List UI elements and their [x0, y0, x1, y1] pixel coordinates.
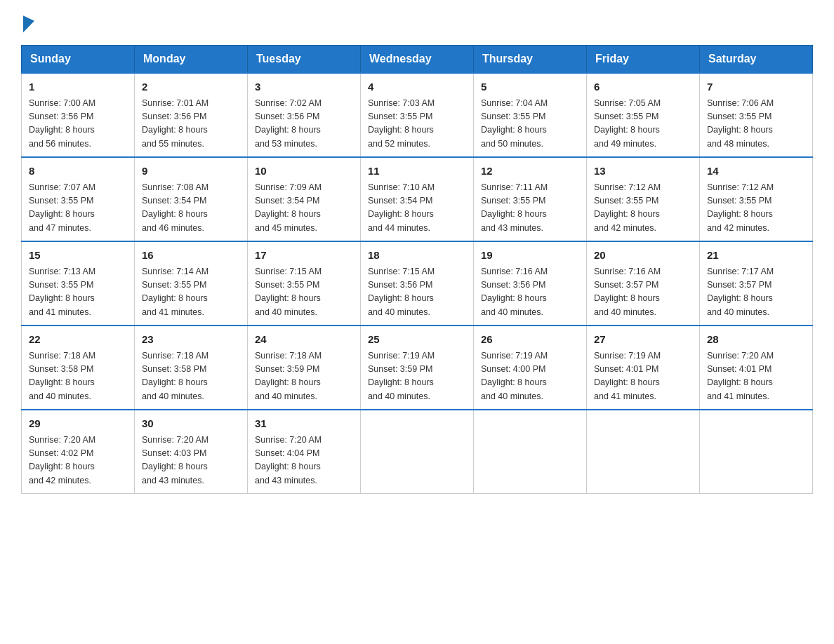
- week-row-2: 8Sunrise: 7:07 AMSunset: 3:55 PMDaylight…: [22, 157, 813, 241]
- day-number: 14: [707, 163, 805, 180]
- day-number: 10: [255, 163, 353, 180]
- day-number: 26: [481, 332, 579, 348]
- day-number: 11: [368, 163, 466, 180]
- calendar-cell: [700, 410, 813, 494]
- calendar-cell: 1Sunrise: 7:00 AMSunset: 3:56 PMDaylight…: [22, 73, 135, 157]
- calendar-cell: 30Sunrise: 7:20 AMSunset: 4:03 PMDayligh…: [135, 410, 248, 494]
- calendar-cell: 31Sunrise: 7:20 AMSunset: 4:04 PMDayligh…: [248, 410, 361, 494]
- calendar-cell: 6Sunrise: 7:05 AMSunset: 3:55 PMDaylight…: [587, 73, 700, 157]
- day-number: 19: [481, 248, 579, 264]
- day-info: Sunrise: 7:07 AMSunset: 3:55 PMDaylight:…: [29, 181, 127, 236]
- day-info: Sunrise: 7:18 AMSunset: 3:58 PMDaylight:…: [142, 349, 240, 404]
- calendar-cell: 17Sunrise: 7:15 AMSunset: 3:55 PMDayligh…: [248, 241, 361, 326]
- calendar-cell: [361, 410, 474, 494]
- calendar-cell: 27Sunrise: 7:19 AMSunset: 4:01 PMDayligh…: [587, 326, 700, 410]
- calendar-cell: 25Sunrise: 7:19 AMSunset: 3:59 PMDayligh…: [361, 326, 474, 410]
- day-info: Sunrise: 7:15 AMSunset: 3:56 PMDaylight:…: [368, 265, 466, 320]
- calendar-header-thursday: Thursday: [474, 46, 587, 74]
- day-number: 5: [481, 79, 579, 95]
- day-number: 12: [481, 163, 579, 180]
- day-info: Sunrise: 7:03 AMSunset: 3:55 PMDaylight:…: [368, 97, 466, 152]
- calendar-cell: 5Sunrise: 7:04 AMSunset: 3:55 PMDaylight…: [474, 73, 587, 157]
- calendar-cell: 19Sunrise: 7:16 AMSunset: 3:56 PMDayligh…: [474, 241, 587, 326]
- calendar-cell: 12Sunrise: 7:11 AMSunset: 3:55 PMDayligh…: [474, 157, 587, 241]
- day-info: Sunrise: 7:13 AMSunset: 3:55 PMDaylight:…: [29, 265, 127, 320]
- day-number: 25: [368, 332, 466, 348]
- logo-arrow-icon: [23, 13, 34, 32]
- day-number: 17: [255, 248, 353, 264]
- day-number: 18: [368, 248, 466, 264]
- day-info: Sunrise: 7:14 AMSunset: 3:55 PMDaylight:…: [142, 265, 240, 320]
- day-number: 1: [29, 79, 127, 95]
- day-number: 16: [142, 248, 240, 264]
- day-number: 4: [368, 79, 466, 95]
- calendar-header-wednesday: Wednesday: [361, 46, 474, 74]
- day-number: 7: [707, 79, 805, 95]
- day-info: Sunrise: 7:12 AMSunset: 3:55 PMDaylight:…: [594, 181, 692, 236]
- day-info: Sunrise: 7:19 AMSunset: 3:59 PMDaylight:…: [368, 349, 466, 404]
- day-number: 30: [142, 416, 240, 432]
- day-info: Sunrise: 7:08 AMSunset: 3:54 PMDaylight:…: [142, 181, 240, 236]
- day-info: Sunrise: 7:02 AMSunset: 3:56 PMDaylight:…: [255, 97, 353, 152]
- day-info: Sunrise: 7:18 AMSunset: 3:58 PMDaylight:…: [29, 349, 127, 404]
- calendar-header-saturday: Saturday: [700, 46, 813, 74]
- day-info: Sunrise: 7:04 AMSunset: 3:55 PMDaylight:…: [481, 97, 579, 152]
- calendar-cell: 14Sunrise: 7:12 AMSunset: 3:55 PMDayligh…: [700, 157, 813, 241]
- calendar-cell: 8Sunrise: 7:07 AMSunset: 3:55 PMDaylight…: [22, 157, 135, 241]
- day-info: Sunrise: 7:11 AMSunset: 3:55 PMDaylight:…: [481, 181, 579, 236]
- day-number: 23: [142, 332, 240, 348]
- day-info: Sunrise: 7:00 AMSunset: 3:56 PMDaylight:…: [29, 97, 127, 152]
- day-info: Sunrise: 7:05 AMSunset: 3:55 PMDaylight:…: [594, 97, 692, 152]
- day-number: 2: [142, 79, 240, 95]
- day-number: 22: [29, 332, 127, 348]
- week-row-3: 15Sunrise: 7:13 AMSunset: 3:55 PMDayligh…: [22, 241, 813, 326]
- calendar-cell: 18Sunrise: 7:15 AMSunset: 3:56 PMDayligh…: [361, 241, 474, 326]
- calendar-cell: 23Sunrise: 7:18 AMSunset: 3:58 PMDayligh…: [135, 326, 248, 410]
- week-row-1: 1Sunrise: 7:00 AMSunset: 3:56 PMDaylight…: [22, 73, 813, 157]
- day-info: Sunrise: 7:17 AMSunset: 3:57 PMDaylight:…: [707, 265, 805, 320]
- day-number: 13: [594, 163, 692, 180]
- day-info: Sunrise: 7:09 AMSunset: 3:54 PMDaylight:…: [255, 181, 353, 236]
- calendar-cell: 29Sunrise: 7:20 AMSunset: 4:02 PMDayligh…: [22, 410, 135, 494]
- day-info: Sunrise: 7:10 AMSunset: 3:54 PMDaylight:…: [368, 181, 466, 236]
- calendar-cell: 15Sunrise: 7:13 AMSunset: 3:55 PMDayligh…: [22, 241, 135, 326]
- day-info: Sunrise: 7:01 AMSunset: 3:56 PMDaylight:…: [142, 97, 240, 152]
- day-number: 28: [707, 332, 805, 348]
- calendar-cell: [587, 410, 700, 494]
- calendar-cell: 24Sunrise: 7:18 AMSunset: 3:59 PMDayligh…: [248, 326, 361, 410]
- calendar-cell: 22Sunrise: 7:18 AMSunset: 3:58 PMDayligh…: [22, 326, 135, 410]
- calendar-header-sunday: Sunday: [22, 46, 135, 74]
- day-number: 15: [29, 248, 127, 264]
- day-info: Sunrise: 7:20 AMSunset: 4:04 PMDaylight:…: [255, 434, 353, 488]
- day-number: 27: [594, 332, 692, 348]
- calendar-cell: 28Sunrise: 7:20 AMSunset: 4:01 PMDayligh…: [700, 326, 813, 410]
- calendar-cell: 26Sunrise: 7:19 AMSunset: 4:00 PMDayligh…: [474, 326, 587, 410]
- calendar-cell: 4Sunrise: 7:03 AMSunset: 3:55 PMDaylight…: [361, 73, 474, 157]
- day-number: 9: [142, 163, 240, 180]
- day-number: 29: [29, 416, 127, 432]
- calendar-cell: 11Sunrise: 7:10 AMSunset: 3:54 PMDayligh…: [361, 157, 474, 241]
- calendar-cell: 16Sunrise: 7:14 AMSunset: 3:55 PMDayligh…: [135, 241, 248, 326]
- calendar-cell: 13Sunrise: 7:12 AMSunset: 3:55 PMDayligh…: [587, 157, 700, 241]
- calendar-cell: 10Sunrise: 7:09 AMSunset: 3:54 PMDayligh…: [248, 157, 361, 241]
- page-header: [21, 14, 813, 31]
- calendar-cell: 2Sunrise: 7:01 AMSunset: 3:56 PMDaylight…: [135, 73, 248, 157]
- day-number: 20: [594, 248, 692, 264]
- day-info: Sunrise: 7:20 AMSunset: 4:01 PMDaylight:…: [707, 349, 805, 404]
- day-info: Sunrise: 7:19 AMSunset: 4:00 PMDaylight:…: [481, 349, 579, 404]
- day-number: 6: [594, 79, 692, 95]
- calendar-header-row: SundayMondayTuesdayWednesdayThursdayFrid…: [22, 46, 813, 74]
- logo: [21, 14, 34, 31]
- day-info: Sunrise: 7:12 AMSunset: 3:55 PMDaylight:…: [707, 181, 805, 236]
- day-info: Sunrise: 7:15 AMSunset: 3:55 PMDaylight:…: [255, 265, 353, 320]
- calendar-cell: 3Sunrise: 7:02 AMSunset: 3:56 PMDaylight…: [248, 73, 361, 157]
- day-number: 21: [707, 248, 805, 264]
- day-info: Sunrise: 7:16 AMSunset: 3:57 PMDaylight:…: [594, 265, 692, 320]
- calendar-cell: 21Sunrise: 7:17 AMSunset: 3:57 PMDayligh…: [700, 241, 813, 326]
- day-info: Sunrise: 7:20 AMSunset: 4:03 PMDaylight:…: [142, 434, 240, 488]
- day-info: Sunrise: 7:19 AMSunset: 4:01 PMDaylight:…: [594, 349, 692, 404]
- calendar-header-tuesday: Tuesday: [248, 46, 361, 74]
- day-number: 24: [255, 332, 353, 348]
- calendar-cell: [474, 410, 587, 494]
- calendar-cell: 7Sunrise: 7:06 AMSunset: 3:55 PMDaylight…: [700, 73, 813, 157]
